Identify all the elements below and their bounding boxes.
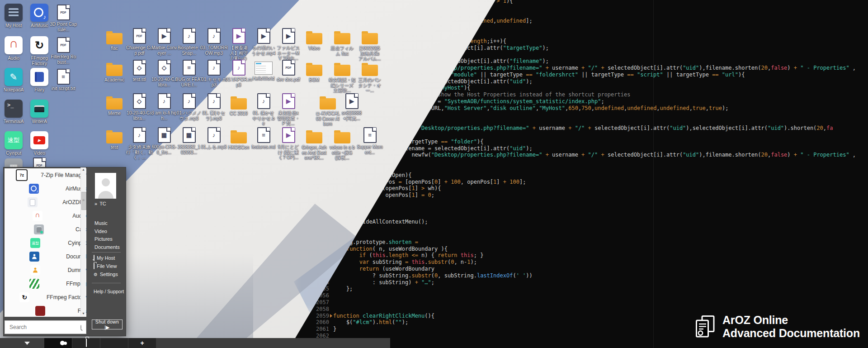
video-file-icon: ▶ <box>282 127 295 143</box>
start-menu-app-item[interactable]: ♪AirMusic <box>5 182 86 195</box>
desktop-icon-label: sn823888 +(写真... <box>337 110 367 121</box>
desktop-icon[interactable]: voices in a b ottle ~寂G (深夜... <box>327 129 357 161</box>
desktop-icon[interactable]: ▶Video <box>24 131 54 156</box>
shutdown-button[interactable]: Shut down |▶ <box>92 319 123 329</box>
dummy-app-icon <box>30 265 40 275</box>
scrollbar-thumb[interactable] <box>81 192 86 210</box>
desktop-icon[interactable]: ▶未知送信x 管理装置・ P 賢... <box>274 93 303 126</box>
avatar[interactable] <box>95 173 116 199</box>
system-link-file-view[interactable]: File View <box>94 263 117 269</box>
documentation-icon <box>694 315 716 338</box>
line-number: 2061 <box>307 326 329 333</box>
text-file-icon: ≡ <box>57 69 70 85</box>
place-link-documents[interactable]: Documents <box>94 244 120 250</box>
plus-icon: + <box>140 339 144 347</box>
taskbar-collapse-icon[interactable] <box>24 342 30 345</box>
taskbar-tab-cloud[interactable] <box>44 338 72 348</box>
scroll-down-icon[interactable]: ▼ <box>82 312 85 315</box>
folder-icon <box>334 65 350 76</box>
desktop-icon[interactable]: Gringer, Ash es And Dust one*BX... <box>299 129 329 161</box>
folder-icon <box>106 132 123 143</box>
airmusic-app-icon: ♪ <box>29 184 39 194</box>
desktop-icon[interactable]: ≡init script.txt <box>48 69 78 91</box>
system-link-settings[interactable]: ⚙Settings <box>94 272 118 277</box>
desktop-icon[interactable]: BGM <box>299 62 329 83</box>
taskbar-tab-plus[interactable]: + <box>128 338 156 348</box>
search-input[interactable] <box>5 324 80 331</box>
ffactory-app-icon: ↻ <box>30 36 48 54</box>
place-link-music[interactable]: Music <box>94 220 108 226</box>
search-box <box>5 320 86 334</box>
start-menu-app-item[interactable]: FFmpeg <box>5 277 86 291</box>
desktop-icon[interactable]: 三月のパン タシテ・オ ー... <box>355 62 385 93</box>
screen: 2012 if (selectedObject.selectAll().leng… <box>0 0 868 348</box>
stl-file-icon: ◇ <box>158 60 171 76</box>
divider <box>92 252 121 253</box>
start-menu-app-item[interactable]: 7z7-Zip File Manager <box>5 168 86 182</box>
cyinput-app-icon: 速型 <box>30 238 40 248</box>
start-menu: 7z7-Zip File Manager♪AirMusicArOZDFS∩Aud… <box>3 167 126 336</box>
desktop-icon-label: [190220]S 加海兵Sb アルバム... <box>355 46 385 62</box>
desktop-icon[interactable]: WriterA <box>24 100 54 124</box>
desktop-icon[interactable]: ≡Supper Mom ent... <box>355 127 385 155</box>
zip7-app-icon: 7z <box>16 169 28 181</box>
video-file-icon: ▶ <box>345 93 359 109</box>
start-menu-app-item[interactable]: ↻FFmpeg Factory <box>5 291 86 304</box>
place-link-pictures[interactable]: Pictures <box>94 236 113 242</box>
video-file-icon: ▶ <box>257 28 270 44</box>
pdf-file-icon: PDF <box>282 60 295 76</box>
audio-file-icon: ♪ <box>257 93 270 109</box>
audio-file-icon: ♪ <box>208 28 221 44</box>
desktop-icon[interactable]: 幼女戦記・短 編シリーズ 主題歌... <box>327 62 357 93</box>
desktop-icon[interactable]: PDFFilterReg Ro bust... <box>48 37 78 65</box>
folder-icon <box>334 33 350 44</box>
desktop-icon-label: 思念フィル ム flac <box>327 46 357 56</box>
folder-icon <box>231 98 247 110</box>
gear-icon: ⚙ <box>94 272 98 277</box>
desktop-icon[interactable]: Video <box>299 30 329 51</box>
desktop-icon[interactable]: ▶sn823888 +(写真... <box>337 93 367 121</box>
audio-file-icon: ♪ <box>158 93 171 109</box>
taskbar-tab-film[interactable] <box>100 338 128 348</box>
folder-icon <box>362 65 378 76</box>
start-menu-app-item[interactable]: 速型Cyinput <box>5 236 86 250</box>
arozdfs-app-icon <box>28 197 38 207</box>
folder-icon <box>320 98 336 110</box>
desktop-icon-label: BGM <box>299 77 329 83</box>
start-menu-app-item[interactable]: Dummy <box>5 263 86 277</box>
taskbar-tab-folder[interactable] <box>72 338 100 348</box>
aroz-logo: ArOZ Online Advanced Documentation <box>694 314 860 340</box>
place-link-video[interactable]: Video <box>94 229 107 234</box>
window-thumbnail-icon <box>255 62 273 75</box>
scrollbar[interactable]: ▲ ▼ <box>80 167 86 316</box>
desktop-icon[interactable]: [190220]S 加海兵Sb アルバム... <box>355 30 385 62</box>
line-number: 2059 <box>307 313 329 319</box>
start-menu-app-item[interactable]: Documd <box>5 250 86 263</box>
username[interactable]: »TC <box>94 201 106 206</box>
host-icon <box>94 255 94 261</box>
folder-icon <box>106 98 123 110</box>
cyinput-app-icon: 速型 <box>5 131 23 149</box>
desktop-icon[interactable]: 思念フィル ム flac <box>327 30 357 56</box>
folder-icon <box>106 65 123 76</box>
start-menu-app-list: 7z7-Zip File Manager♪AirMusicArOZDFS∩Aud… <box>5 168 86 317</box>
flary-app-icon <box>30 68 48 86</box>
start-menu-app-item[interactable]: ∩Audio <box>5 209 86 223</box>
text-file-icon: ≡ <box>257 127 270 143</box>
start-menu-app-item[interactable]: Calc <box>5 223 86 236</box>
start-menu-app-item[interactable]: ArOZDFS <box>5 195 86 209</box>
video-file-icon: ▶ <box>232 28 245 44</box>
desktop-icon-label: WriterA <box>24 119 54 124</box>
start-menu-app-item[interactable]: Fila <box>5 304 86 317</box>
search-icon[interactable] <box>80 325 81 329</box>
help-support-link[interactable]: Help / Support <box>94 289 124 294</box>
desktop-icon[interactable]: PDF3D Point Cap sule... <box>48 5 78 32</box>
desktop-icon-label: Video <box>299 46 329 51</box>
scroll-up-icon[interactable]: ▲ <box>82 168 85 172</box>
videoapp-app-icon: ▶ <box>30 131 48 149</box>
notepad-app-icon: ✎ <box>5 68 23 86</box>
desktop-icon-label: voices in a b ottle ~寂G (深夜... <box>327 145 357 161</box>
system-link-my-host[interactable]: My Host <box>94 255 115 261</box>
video-file-icon: ▶ <box>282 28 295 44</box>
audio-file-icon: ♪ <box>208 127 221 143</box>
